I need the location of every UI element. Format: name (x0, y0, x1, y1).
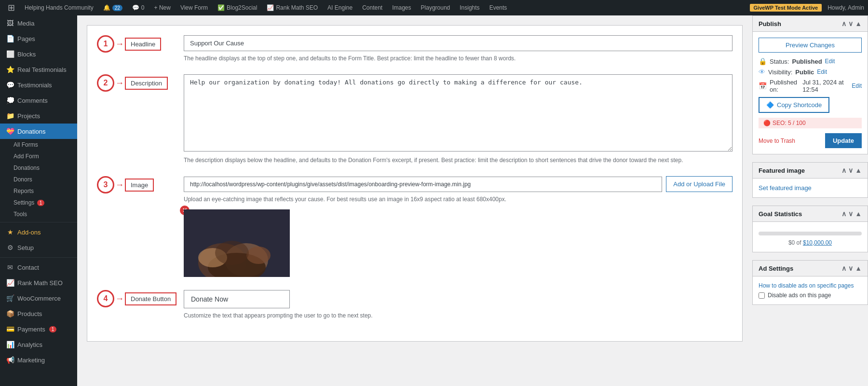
sidebar-item-payments[interactable]: 💳 Payments 1 (0, 321, 77, 337)
blog2social-item[interactable]: ✅ Blog2Social (214, 0, 261, 15)
set-featured-image-link[interactable]: Set featured image (759, 184, 812, 192)
sidebar-sub-reports[interactable]: Reports (0, 185, 77, 197)
contact-icon: ✉ (6, 263, 14, 271)
blog2social-icon: ✅ (217, 4, 225, 11)
sidebar-sub-donors[interactable]: Donors (0, 174, 77, 185)
step-1-circle: 1 (97, 35, 114, 53)
site-name-label: Helping Hands Community (25, 4, 94, 11)
disable-ads-link[interactable]: How to disable ads on specific pages (759, 282, 862, 289)
givewp-badge: GiveWP Test Mode Active (750, 4, 822, 12)
status-value: Published (792, 58, 822, 65)
published-on-label: Published on: (770, 79, 800, 93)
visibility-icon: 👁 (759, 68, 765, 76)
sidebar-item-analytics[interactable]: 📊 Analytics (0, 337, 77, 352)
sidebar-item-rankmath[interactable]: 📈 Rank Math SEO (0, 275, 77, 290)
sidebar-sub-settings[interactable]: Settings 1 (0, 197, 77, 208)
content-item[interactable]: Content (358, 0, 386, 15)
settings-label: Settings (14, 199, 34, 206)
arrow-1: → (115, 39, 124, 49)
preview-changes-button[interactable]: Preview Changes (759, 38, 862, 53)
visibility-edit-link[interactable]: Edit (817, 69, 827, 75)
rankmath-top-item[interactable]: 📈 Rank Math SEO (263, 0, 322, 15)
as-collapse-icon[interactable]: ∧ (841, 264, 846, 272)
close-icon[interactable]: ▲ (855, 20, 862, 28)
sidebar-label-testimonials: Testimonials (17, 82, 52, 89)
sidebar-item-pages[interactable]: 📄 Pages (0, 31, 77, 46)
sidebar-sub-all-forms[interactable]: All Forms (0, 139, 77, 151)
featured-image-panel: Featured image ∧ ∨ ▲ Set featured image (752, 162, 868, 198)
playground-label: Playground (421, 4, 450, 11)
collapse-icon[interactable]: ∧ (841, 20, 846, 28)
expand-icon[interactable]: ∨ (848, 20, 853, 28)
copy-shortcode-button[interactable]: 🔷 Copy Shortcode (759, 97, 829, 113)
image-preview (184, 209, 290, 277)
sidebar-item-donations[interactable]: 💝 Donations (0, 124, 77, 139)
sidebar-item-woocommerce[interactable]: 🛒 WooCommerce (0, 290, 77, 306)
sidebar-item-blocks[interactable]: ⬜ Blocks (0, 46, 77, 62)
sidebar-item-setup[interactable]: ⚙ Setup (0, 240, 77, 255)
as-expand-icon[interactable]: ∨ (848, 264, 853, 272)
move-to-trash-link[interactable]: Move to Trash (759, 138, 795, 144)
playground-item[interactable]: Playground (417, 0, 454, 15)
payments-icon: 💳 (6, 325, 14, 333)
aiengine-item[interactable]: AI Engine (324, 0, 356, 15)
insights-item[interactable]: Insights (456, 0, 483, 15)
donations-sub-label: Donations (14, 165, 40, 171)
tools-label: Tools (14, 211, 27, 218)
sidebar-item-testimonials[interactable]: 💬 Testimonials (0, 77, 77, 93)
publish-panel: Publish ∧ ∨ ▲ Preview Changes 🔒 Status: … (752, 15, 868, 154)
image-url-input[interactable] (184, 177, 662, 192)
fi-expand-icon[interactable]: ∨ (848, 166, 853, 174)
marketing-icon: 📢 (6, 356, 14, 364)
gs-expand-icon[interactable]: ∨ (848, 210, 853, 218)
donations-icon: 💝 (6, 127, 14, 135)
sidebar-item-products[interactable]: 📦 Products (0, 306, 77, 321)
sidebar-sub-tools[interactable]: Tools (0, 208, 77, 220)
description-label-text: Description (131, 80, 162, 87)
sidebar-label-pages: Pages (17, 35, 35, 42)
sidebar-item-marketing[interactable]: 📢 Marketing (0, 352, 77, 368)
goal-text: $0 of $10,000.00 (759, 239, 862, 246)
publish-title: Publish (759, 20, 781, 28)
sidebar-item-addons[interactable]: ★ Add-ons (0, 224, 77, 240)
upload-file-button[interactable]: Add or Upload File (666, 176, 732, 192)
visibility-label: Visibility: (768, 69, 792, 76)
events-item[interactable]: Events (486, 0, 511, 15)
status-edit-link[interactable]: Edit (825, 58, 835, 65)
sidebar-label-donations: Donations (17, 128, 46, 135)
visibility-row: 👁 Visibility: Public Edit (759, 68, 862, 76)
image-preview-container: ✕ (184, 209, 290, 277)
sidebar-sub-donations[interactable]: Donations (0, 162, 77, 174)
sidebar-item-comments[interactable]: 💭 Comments (0, 93, 77, 108)
as-close-icon[interactable]: ▲ (855, 264, 862, 272)
aiengine-label: AI Engine (327, 4, 353, 11)
wp-logo[interactable]: ⊞ (4, 0, 19, 15)
new-item[interactable]: + New (150, 0, 175, 15)
images-item[interactable]: Images (388, 0, 415, 15)
donate-button-input[interactable] (184, 290, 290, 308)
published-edit-link[interactable]: Edit (852, 83, 862, 89)
fi-close-icon[interactable]: ▲ (855, 166, 862, 174)
notif-item[interactable]: 🔔 22 (99, 0, 126, 15)
sidebar-item-contact[interactable]: ✉ Contact (0, 260, 77, 275)
update-button[interactable]: Update (825, 133, 862, 148)
sidebar-item-real-testimonials[interactable]: ⭐ Real Testimonials (0, 62, 77, 77)
comments-item[interactable]: 💬 0 (128, 0, 149, 15)
status-row: 🔒 Status: Published Edit (759, 57, 862, 65)
headline-input[interactable] (184, 35, 732, 51)
view-form-item[interactable]: View Form (176, 0, 212, 15)
disable-ads-checkbox[interactable] (759, 292, 765, 299)
description-textarea[interactable]: Help our organization by donating today!… (184, 74, 732, 152)
step-3-circle: 3 (97, 176, 114, 193)
site-name[interactable]: Helping Hands Community (21, 0, 97, 15)
goal-link[interactable]: $10,000.00 (803, 239, 832, 246)
preview-svg (184, 209, 290, 277)
arrow-4: → (115, 294, 124, 304)
fi-collapse-icon[interactable]: ∧ (841, 166, 846, 174)
sidebar-item-media[interactable]: 🖼 Media (0, 15, 77, 31)
gs-collapse-icon[interactable]: ∧ (841, 210, 846, 218)
gs-close-icon[interactable]: ▲ (855, 210, 862, 218)
sidebar-item-projects[interactable]: 📁 Projects (0, 108, 77, 124)
woocommerce-label: WooCommerce (17, 295, 61, 302)
sidebar-sub-add-form[interactable]: Add Form (0, 151, 77, 162)
